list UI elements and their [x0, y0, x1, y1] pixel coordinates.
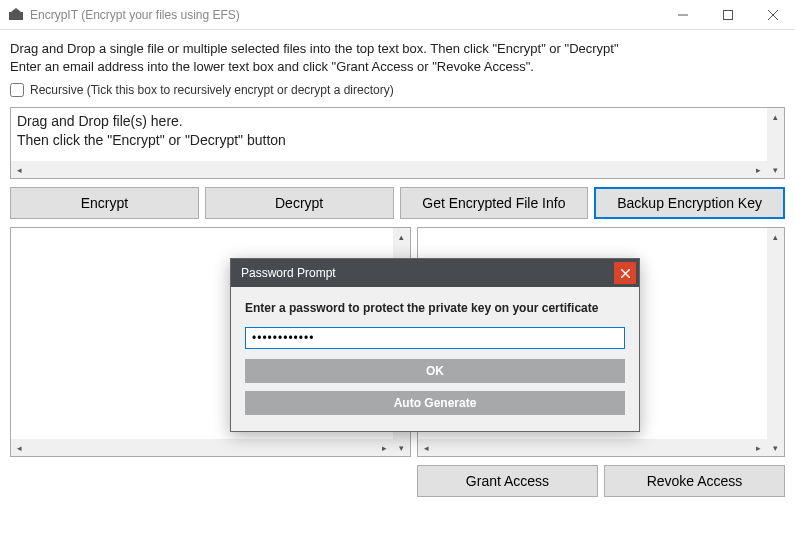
password-prompt-dialog: Password Prompt Enter a password to prot…	[230, 258, 640, 432]
scroll-down-icon[interactable]: ▾	[393, 439, 410, 456]
dialog-close-button[interactable]	[614, 262, 636, 284]
dialog-titlebar[interactable]: Password Prompt	[231, 259, 639, 287]
scroll-up-icon[interactable]: ▴	[767, 228, 784, 245]
password-input[interactable]	[245, 327, 625, 349]
scroll-down-icon[interactable]: ▾	[767, 161, 784, 178]
drop-hscrollbar[interactable]: ◂ ▸	[11, 161, 767, 178]
window-title: EncrypIT (Encrypt your files using EFS)	[30, 8, 660, 22]
recursive-checkbox[interactable]	[10, 83, 24, 97]
instructions: Drag and Drop a single file or multiple …	[10, 40, 785, 75]
scroll-down-icon[interactable]: ▾	[767, 439, 784, 456]
svg-rect-2	[723, 10, 732, 19]
scroll-up-icon[interactable]: ▴	[393, 228, 410, 245]
revoke-access-button[interactable]: Revoke Access	[604, 465, 785, 497]
scroll-left-icon[interactable]: ◂	[11, 161, 28, 178]
minimize-button[interactable]	[660, 0, 705, 30]
recursive-label: Recursive (Tick this box to recursively …	[30, 83, 394, 97]
grant-access-button[interactable]: Grant Access	[417, 465, 598, 497]
auto-generate-button[interactable]: Auto Generate	[245, 391, 625, 415]
instructions-line-1: Drag and Drop a single file or multiple …	[10, 40, 785, 58]
dialog-prompt-text: Enter a password to protect the private …	[245, 301, 625, 315]
svg-rect-0	[9, 12, 23, 20]
right-vscrollbar[interactable]: ▴ ▾	[767, 228, 784, 456]
dialog-body: Enter a password to protect the private …	[231, 287, 639, 431]
scroll-right-icon[interactable]: ▸	[376, 439, 393, 456]
bottom-button-row: Grant Access Revoke Access	[10, 465, 785, 497]
scroll-left-icon[interactable]: ◂	[11, 439, 28, 456]
left-hscrollbar[interactable]: ◂ ▸	[11, 439, 393, 456]
ok-button[interactable]: OK	[245, 359, 625, 383]
drop-line-2: Then click the "Encrypt" or "Decrypt" bu…	[17, 131, 778, 150]
encrypt-button[interactable]: Encrypt	[10, 187, 199, 219]
drop-textarea[interactable]: Drag and Drop file(s) here. Then click t…	[10, 107, 785, 179]
bottom-spacer	[10, 465, 411, 497]
instructions-line-2: Enter an email address into the lower te…	[10, 58, 785, 76]
right-hscrollbar[interactable]: ◂ ▸	[418, 439, 767, 456]
drop-vscrollbar[interactable]: ▴ ▾	[767, 108, 784, 178]
decrypt-button[interactable]: Decrypt	[205, 187, 394, 219]
backup-key-button[interactable]: Backup Encryption Key	[594, 187, 785, 219]
scroll-left-icon[interactable]: ◂	[418, 439, 435, 456]
drop-line-1: Drag and Drop file(s) here.	[17, 112, 778, 131]
titlebar: EncrypIT (Encrypt your files using EFS)	[0, 0, 795, 30]
recursive-row[interactable]: Recursive (Tick this box to recursively …	[10, 83, 785, 97]
close-button[interactable]	[750, 0, 795, 30]
scroll-up-icon[interactable]: ▴	[767, 108, 784, 125]
scroll-right-icon[interactable]: ▸	[750, 161, 767, 178]
action-button-row: Encrypt Decrypt Get Encrypted File Info …	[10, 187, 785, 219]
maximize-button[interactable]	[705, 0, 750, 30]
scroll-right-icon[interactable]: ▸	[750, 439, 767, 456]
app-icon	[8, 7, 24, 23]
get-info-button[interactable]: Get Encrypted File Info	[400, 187, 589, 219]
dialog-title-text: Password Prompt	[241, 266, 614, 280]
